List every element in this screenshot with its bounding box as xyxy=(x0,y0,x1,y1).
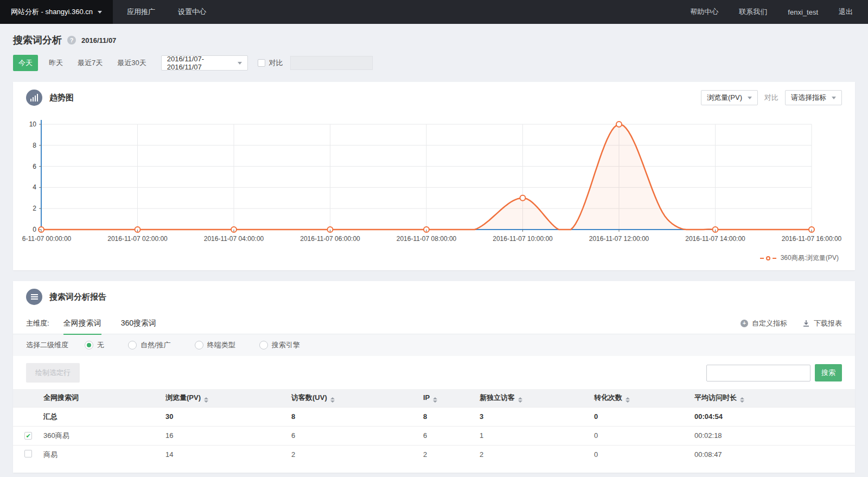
value-cell: 8 xyxy=(291,407,423,426)
legend-marker-icon xyxy=(773,258,776,259)
column-header[interactable]: 浏览量(PV) xyxy=(165,389,291,407)
report-card: 搜索词分析报告 主维度: 全网搜索词360搜索词 + 自定义指标 下载报表 选择… xyxy=(13,281,855,473)
sort-icon xyxy=(740,397,744,403)
row-checkbox-checked[interactable]: ✔ xyxy=(24,432,32,440)
svg-text:2016-11-07 06:00:00: 2016-11-07 06:00:00 xyxy=(300,235,360,243)
sort-icon xyxy=(518,397,522,403)
site-switcher[interactable]: 网站分析 - shangyi.360.cn xyxy=(0,0,113,24)
column-header-label: 全网搜索词 xyxy=(43,393,79,402)
trend-card-title: 趋势图 xyxy=(49,93,74,103)
contact-us-link[interactable]: 联系我们 xyxy=(739,7,767,17)
legend-marker-icon xyxy=(766,256,770,260)
value-cell: 30 xyxy=(165,407,291,426)
value-cell: 00:04:54 xyxy=(694,407,855,426)
quick-range-option[interactable]: 昨天 xyxy=(49,58,63,68)
search-button[interactable]: 搜索 xyxy=(815,364,842,381)
customize-metrics-button[interactable]: + 自定义指标 xyxy=(741,319,787,328)
page-title: 搜索词分析 xyxy=(13,34,62,47)
radio-搜索引擎[interactable]: 搜索引擎 xyxy=(259,340,300,350)
tab-全网搜索词[interactable]: 全网搜索词 xyxy=(63,313,101,334)
svg-text:2016-11-07 16:00:00: 2016-11-07 16:00:00 xyxy=(782,235,842,243)
download-icon xyxy=(802,320,810,327)
list-icon xyxy=(26,289,42,305)
svg-text:2016-11-07 00:00:00: 2016-11-07 00:00:00 xyxy=(22,235,72,243)
quick-range-option[interactable]: 最近7天 xyxy=(78,58,103,68)
value-cell: 14 xyxy=(165,445,291,464)
username-link[interactable]: fenxi_test xyxy=(788,8,818,16)
date-range-select[interactable]: 2016/11/07-2016/11/07 xyxy=(161,55,248,71)
circle-plus-icon: + xyxy=(741,320,748,327)
radio-终端类型[interactable]: 终端类型 xyxy=(195,340,235,350)
column-header-label: 浏览量(PV) xyxy=(165,393,201,402)
value-cell: 16 xyxy=(165,426,291,445)
radio-icon xyxy=(128,341,137,349)
chevron-down-icon xyxy=(748,97,752,99)
secondary-dimension-label: 选择二级维度 xyxy=(26,340,68,350)
value-cell: 0 xyxy=(594,407,694,426)
svg-text:2016-11-07 10:00:00: 2016-11-07 10:00:00 xyxy=(493,235,553,243)
column-header[interactable]: 平均访问时长 xyxy=(694,389,855,407)
table-row: 商易14222000:08:47 xyxy=(13,445,855,464)
chart-legend[interactable]: 360商易:浏览量(PV) xyxy=(13,251,855,270)
topbar: 网站分析 - shangyi.360.cn 应用推广 设置中心 帮助中心 联系我… xyxy=(0,0,868,24)
radio-label: 无 xyxy=(97,340,104,350)
radio-icon xyxy=(259,341,268,349)
quick-range-active[interactable]: 今天 xyxy=(13,55,38,71)
table-toolbar: 绘制选定行 搜索 xyxy=(13,356,855,389)
dimension-label: 主维度: xyxy=(26,319,49,328)
radio-label: 终端类型 xyxy=(207,340,235,350)
row-checkbox[interactable] xyxy=(24,450,32,457)
svg-text:2016-11-07 08:00:00: 2016-11-07 08:00:00 xyxy=(397,235,457,243)
help-center-link[interactable]: 帮助中心 xyxy=(690,7,718,17)
table-row: ✔360商易16661000:02:18 xyxy=(13,426,855,445)
compare-label: 对比 xyxy=(269,58,283,68)
date-filter-bar: 今天昨天最近7天最近30天 2016/11/07-2016/11/07 对比 xyxy=(0,47,868,71)
value-cell: 3 xyxy=(480,407,594,426)
table-body: 汇总30883000:04:54✔360商易16661000:02:18商易14… xyxy=(13,407,855,464)
column-header[interactable]: 访客数(UV) xyxy=(291,389,423,407)
tab-360搜索词[interactable]: 360搜索词 xyxy=(121,313,156,334)
tab-group: 全网搜索词360搜索词 xyxy=(63,313,176,334)
chevron-down-icon xyxy=(98,11,102,14)
value-cell: 00:08:47 xyxy=(694,445,855,464)
column-header[interactable]: IP xyxy=(423,389,480,407)
download-report-button[interactable]: 下载报表 xyxy=(802,319,842,328)
search-terms-table: 全网搜索词浏览量(PV)访客数(UV)IP新独立访客转化次数平均访问时长 汇总3… xyxy=(13,389,855,464)
radio-label: 搜索引擎 xyxy=(272,340,300,350)
report-card-header: 搜索词分析报告 xyxy=(13,281,855,313)
radio-无[interactable]: 无 xyxy=(85,340,104,350)
chevron-down-icon xyxy=(238,62,242,65)
column-header-label: 访客数(UV) xyxy=(291,393,327,402)
sort-icon xyxy=(433,397,437,403)
compare-date-input-disabled xyxy=(290,56,373,70)
column-header[interactable]: 转化次数 xyxy=(594,389,694,407)
menu-settings-center[interactable]: 设置中心 xyxy=(178,7,206,17)
radio-group: 无自然/推广终端类型搜索引擎 xyxy=(85,340,324,350)
svg-text:2016-11-07 02:00:00: 2016-11-07 02:00:00 xyxy=(107,235,168,243)
value-cell: 0 xyxy=(594,445,694,464)
keyword-cell: 商易 xyxy=(43,445,165,464)
plot-selected-rows-button[interactable]: 绘制选定行 xyxy=(26,363,80,383)
metric-select[interactable]: 浏览量(PV) xyxy=(701,90,758,105)
quick-range-option[interactable]: 最近30天 xyxy=(117,58,146,68)
help-icon[interactable]: ? xyxy=(67,36,76,44)
keyword-search-input[interactable] xyxy=(706,365,810,381)
value-cell: 6 xyxy=(423,426,480,445)
compare-metric-select[interactable]: 请选择指标 xyxy=(785,90,842,105)
logout-link[interactable]: 退出 xyxy=(839,7,853,17)
svg-text:2: 2 xyxy=(33,205,36,212)
table-row: 汇总30883000:04:54 xyxy=(13,407,855,426)
column-header[interactable]: 新独立访客 xyxy=(480,389,594,407)
compare-checkbox[interactable] xyxy=(258,59,265,67)
radio-自然/推广[interactable]: 自然/推广 xyxy=(128,340,171,350)
menu-app-promotion[interactable]: 应用推广 xyxy=(127,7,155,17)
report-actions: + 自定义指标 下载报表 xyxy=(741,319,842,328)
row-checkbox-cell: ✔ xyxy=(13,426,43,445)
compare-vs-label: 对比 xyxy=(764,93,778,103)
value-cell: 00:02:18 xyxy=(694,426,855,445)
keyword-cell: 汇总 xyxy=(43,407,165,426)
column-header: 全网搜索词 xyxy=(43,389,165,407)
radio-icon xyxy=(85,341,93,349)
legend-marker-icon xyxy=(760,258,764,259)
radio-icon xyxy=(195,341,203,349)
